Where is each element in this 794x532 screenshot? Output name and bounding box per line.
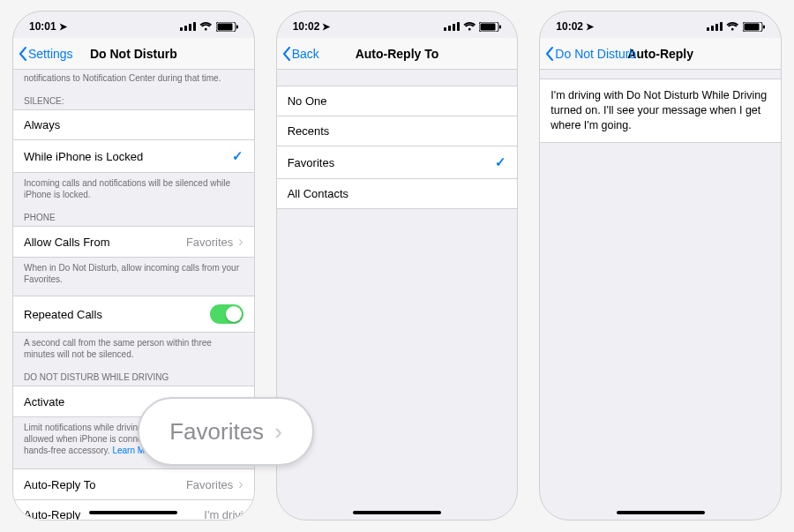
chevron-right-icon: › (238, 477, 243, 491)
row-auto-reply-to[interactable]: Auto-Reply To Favorites › (13, 468, 254, 500)
row-recents[interactable]: Recents (277, 116, 518, 146)
section-footer-silence: Incoming calls and notifications will be… (13, 173, 254, 204)
svg-rect-7 (444, 27, 446, 31)
row-repeated-calls[interactable]: Repeated Calls (13, 296, 254, 333)
row-label: While iPhone is Locked (24, 150, 143, 163)
row-all-contacts[interactable]: All Contacts (277, 179, 518, 209)
svg-rect-12 (481, 23, 496, 30)
svg-rect-1 (184, 26, 187, 31)
svg-rect-14 (707, 27, 709, 31)
row-label: No One (288, 94, 327, 108)
location-icon: ➤ (322, 21, 330, 33)
row-label: Recents (288, 124, 330, 138)
svg-rect-2 (189, 24, 191, 31)
status-time: 10:01 (29, 20, 56, 33)
content-scroll[interactable]: I'm driving with Do Not Disturb While Dr… (540, 70, 781, 520)
section-header-phone: PHONE (13, 204, 254, 226)
row-label: Always (24, 118, 60, 131)
row-label: Activate (24, 395, 64, 408)
svg-rect-15 (711, 26, 714, 31)
back-label: Back (292, 47, 319, 61)
svg-rect-16 (715, 24, 718, 31)
home-indicator[interactable] (89, 511, 177, 514)
chevron-left-icon (19, 47, 27, 61)
row-allow-calls[interactable]: Allow Calls From Favorites › (13, 226, 254, 258)
navbar: Settings Do Not Disturb (13, 38, 254, 70)
row-while-locked[interactable]: While iPhone is Locked ✓ (13, 140, 254, 173)
page-title: Do Not Disturb (90, 47, 177, 61)
battery-icon (479, 22, 501, 32)
back-button[interactable]: Settings (19, 38, 73, 69)
auto-reply-textarea[interactable]: I'm driving with Do Not Disturb While Dr… (540, 79, 781, 143)
battery-icon (216, 22, 238, 32)
row-label: Auto-Reply (24, 508, 80, 520)
toggle-on-icon[interactable] (210, 304, 243, 324)
svg-rect-0 (180, 27, 183, 31)
check-icon: ✓ (495, 154, 506, 170)
svg-rect-13 (499, 25, 501, 28)
phone-auto-reply-to: 10:02 ➤ Back Auto-Reply To No One Recent… (276, 11, 519, 521)
chevron-left-icon (282, 47, 291, 61)
wifi-icon (199, 22, 213, 31)
status-time: 10:02 (293, 20, 320, 33)
svg-rect-5 (217, 23, 232, 30)
row-label: All Contacts (288, 187, 348, 200)
row-label: Repeated Calls (24, 308, 102, 321)
row-value: Favorites (186, 236, 233, 249)
row-value: Favorites (186, 478, 233, 491)
svg-rect-8 (448, 26, 451, 31)
section-footer-allowcalls: When in Do Not Disturb, allow incoming c… (13, 258, 254, 288)
row-value: I'm drivi (204, 508, 243, 520)
navbar: Do Not Disturb Auto-Reply (540, 38, 781, 70)
content-scroll[interactable]: No One Recents Favorites ✓ All Contacts (277, 70, 518, 520)
svg-rect-20 (763, 25, 765, 28)
location-icon: ➤ (586, 21, 594, 33)
status-bar: 10:02 ➤ (540, 11, 781, 38)
back-button[interactable]: Back (282, 38, 319, 69)
wifi-icon (726, 22, 739, 31)
section-header-driving: DO NOT DISTURB WHILE DRIVING (13, 363, 254, 386)
status-bar: 10:01 ➤ (13, 11, 254, 38)
back-button[interactable]: Do Not Disturb (545, 38, 636, 69)
row-label: Allow Calls From (24, 236, 110, 249)
signal-icon (180, 22, 196, 31)
chevron-right-icon: › (238, 235, 243, 249)
row-auto-reply[interactable]: Auto-Reply I'm drivi (13, 500, 254, 520)
chevron-right-icon: › (274, 418, 282, 446)
navbar: Back Auto-Reply To (277, 38, 518, 70)
row-no-one[interactable]: No One (277, 86, 518, 116)
status-bar: 10:02 ➤ (277, 11, 518, 38)
callout-label: Favorites (169, 418, 264, 446)
truncated-footer: notifications to Notification Center dur… (13, 70, 254, 87)
section-header-silence: SILENCE: (13, 87, 254, 109)
svg-rect-17 (720, 22, 723, 31)
svg-rect-10 (457, 22, 460, 31)
section-footer-repeated: A second call from the same person withi… (13, 333, 254, 363)
home-indicator[interactable] (353, 511, 441, 514)
page-title: Auto-Reply (627, 47, 693, 61)
row-favorites[interactable]: Favorites ✓ (277, 146, 518, 179)
signal-icon (444, 22, 460, 31)
check-icon: ✓ (232, 148, 243, 164)
svg-rect-6 (236, 25, 238, 28)
signal-icon (707, 22, 723, 31)
page-title: Auto-Reply To (356, 47, 439, 61)
svg-rect-9 (453, 24, 455, 31)
back-label: Do Not Disturb (555, 47, 636, 61)
chevron-left-icon (545, 47, 554, 61)
status-time: 10:02 (556, 20, 583, 33)
location-icon: ➤ (59, 21, 67, 33)
wifi-icon (463, 22, 476, 31)
svg-rect-3 (193, 22, 196, 31)
battery-icon (743, 22, 765, 32)
phone-auto-reply: 10:02 ➤ Do Not Disturb Auto-Reply I'm dr… (539, 11, 782, 521)
row-label: Favorites (288, 156, 334, 169)
home-indicator[interactable] (617, 511, 705, 514)
back-label: Settings (28, 47, 73, 61)
row-label: Auto-Reply To (24, 478, 95, 491)
svg-rect-19 (745, 23, 760, 30)
row-always[interactable]: Always (13, 109, 254, 140)
callout-favorites: Favorites › (138, 397, 314, 466)
